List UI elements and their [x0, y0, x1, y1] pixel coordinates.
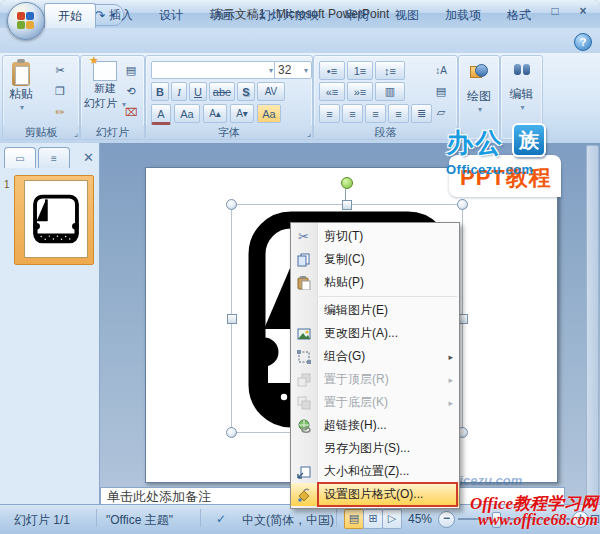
maximize-button[interactable]: □ [546, 4, 564, 18]
menu-item-size-position[interactable]: 大小和位置(Z)... [291, 460, 459, 483]
underline-button[interactable]: U [189, 82, 207, 101]
zoom-out-button[interactable]: − [438, 511, 455, 528]
clipboard-group: 粘贴 ▾ ✂ ❐ ✏ 剪贴板 ⌟ [2, 55, 80, 140]
align-text-button[interactable]: ▤ [429, 82, 453, 101]
menu-item-hyperlink[interactable]: 超链接(H)... [291, 414, 459, 437]
close-pane-icon[interactable]: ✕ [83, 150, 96, 165]
new-slide-icon [93, 61, 117, 81]
numbering-button[interactable]: 1≡ [347, 61, 373, 80]
font-group: ▾ 32▾ B I U abe S AV A Aa A▴ A▾ Aa 字体 ⌟ [145, 55, 313, 140]
help-button[interactable]: ? [574, 33, 592, 51]
slide-thumbnail[interactable] [24, 180, 88, 258]
font-size-combo[interactable]: 32▾ [274, 61, 312, 79]
text-direction-button[interactable]: ↕A [429, 61, 453, 80]
resize-handle-top-right[interactable] [457, 199, 468, 210]
zoom-level[interactable]: 45% [408, 512, 432, 526]
tab-review[interactable]: 审阅 [332, 3, 382, 28]
resize-handle-bottom-left[interactable] [226, 427, 237, 438]
spellcheck-icon[interactable]: ✓ [216, 512, 226, 526]
tab-slideshow[interactable]: 幻灯片放映 [246, 3, 332, 28]
tab-animations[interactable]: 动画 [196, 3, 246, 28]
format-painter-button[interactable]: ✏ [49, 103, 71, 122]
office68-watermark: Office教程学习网 www.office68.com [470, 496, 598, 528]
outline-tab-icon: ≡ [51, 153, 57, 164]
thumbnail-house-icon [33, 194, 79, 244]
paste-dropdown-icon[interactable]: ▾ [20, 103, 24, 112]
align-center-button[interactable]: ≡ [342, 104, 363, 123]
menu-item-label: 更改图片(A)... [324, 325, 398, 342]
font-name-combo[interactable]: ▾ [151, 61, 277, 79]
increase-indent-button[interactable]: »≡ [347, 82, 373, 101]
clipboard-dialog-launcher-icon[interactable]: ⌟ [74, 128, 78, 138]
slide-thumbnail-number: 1 [4, 179, 10, 190]
font-size-value: 32 [278, 63, 291, 77]
menu-item-label: 另存为图片(S)... [324, 440, 410, 457]
text-shadow-button[interactable]: S [237, 82, 255, 101]
columns-button[interactable]: ▥ [375, 82, 405, 101]
slide-sorter-button[interactable]: ⊞ [363, 509, 383, 529]
slides-pane: ▭ ≡ ✕ 1 [0, 143, 100, 505]
justify-button[interactable]: ≡ [388, 104, 409, 123]
send-to-back-icon [295, 394, 312, 411]
character-spacing-button[interactable]: AV [257, 82, 285, 101]
menu-item-edit-picture[interactable]: 编辑图片(E) [291, 299, 459, 322]
resize-handle-top[interactable] [342, 200, 352, 210]
tab-insert[interactable]: 插入 [96, 3, 146, 28]
cut-button[interactable]: ✂ [49, 61, 71, 80]
bullets-button[interactable]: •≡ [319, 61, 345, 80]
font-dialog-launcher-icon[interactable]: ⌟ [307, 128, 311, 138]
menu-item-cut[interactable]: ✂ 剪切(T) [291, 225, 459, 248]
tab-addins[interactable]: 加载项 [432, 3, 494, 28]
menu-item-change-picture[interactable]: 更改图片(A)... [291, 322, 459, 345]
tab-home[interactable]: 开始 [44, 3, 96, 28]
slideshow-button[interactable]: ▷ [382, 509, 402, 529]
paste-icon [295, 274, 312, 291]
copy-button[interactable]: ❐ [49, 82, 71, 101]
menu-item-label: 剪切(T) [324, 228, 363, 245]
menu-item-paste[interactable]: 粘贴(P) [291, 271, 459, 294]
group-icon [295, 348, 312, 365]
convert-smartart-button[interactable]: ▱ [429, 103, 453, 122]
strikethrough-button[interactable]: abe [209, 82, 235, 101]
normal-view-button[interactable]: ▤ [344, 509, 364, 529]
decrease-indent-button[interactable]: «≡ [319, 82, 345, 101]
tab-view[interactable]: 视图 [382, 3, 432, 28]
line-spacing-button[interactable]: ↕≡ [375, 61, 405, 80]
paste-button[interactable]: 粘贴 ▾ [9, 62, 33, 112]
slides-tab[interactable]: ▭ [4, 147, 36, 168]
editing-button[interactable]: 编辑 ▾ [501, 64, 542, 112]
rotation-handle[interactable] [341, 177, 353, 189]
ribbon-tab-row [0, 28, 600, 53]
office-button[interactable] [7, 2, 45, 40]
align-right-button[interactable]: ≡ [365, 104, 386, 123]
close-button[interactable]: × [574, 4, 592, 18]
tab-format[interactable]: 格式 [494, 3, 544, 28]
menu-item-copy[interactable]: 复制(C) [291, 248, 459, 271]
tab-design[interactable]: 设计 [146, 3, 196, 28]
clear-formatting-button[interactable]: Aa [257, 104, 281, 123]
vertical-scrollbar[interactable] [586, 145, 599, 503]
submenu-arrow-icon: ▸ [448, 352, 453, 362]
font-color-button[interactable]: A [151, 104, 171, 125]
change-case-button[interactable]: Aa [174, 104, 200, 123]
shrink-font-button[interactable]: A▾ [230, 104, 254, 123]
delete-slide-button[interactable]: ⌧ [121, 103, 141, 122]
find-binoculars-icon [514, 64, 530, 75]
menu-item-format-picture[interactable]: 设置图片格式(O)... [291, 483, 459, 506]
drawing-button[interactable]: 绘图 ▾ [459, 64, 499, 114]
context-menu: ✂ 剪切(T) 复制(C) 粘贴(P) 编辑图片(E) 更改图片(A)... [290, 222, 460, 509]
new-slide-button[interactable]: 新建 幻灯片 ▾ [84, 61, 126, 111]
layout-button[interactable]: ▤ [121, 61, 141, 80]
paragraph-group-label: 段落 [314, 125, 457, 139]
menu-item-group[interactable]: 组合(G) ▸ [291, 345, 459, 368]
align-left-button[interactable]: ≡ [319, 104, 340, 123]
resize-handle-top-left[interactable] [226, 199, 237, 210]
reset-slide-button[interactable]: ⟲ [121, 82, 141, 101]
menu-item-save-as-picture[interactable]: 另存为图片(S)... [291, 437, 459, 460]
resize-handle-left[interactable] [227, 314, 237, 324]
italic-button[interactable]: I [171, 82, 187, 101]
menu-item-label: 大小和位置(Z)... [324, 463, 409, 480]
outline-tab[interactable]: ≡ [38, 147, 70, 168]
bold-button[interactable]: B [151, 82, 169, 101]
grow-font-button[interactable]: A▴ [203, 104, 227, 123]
